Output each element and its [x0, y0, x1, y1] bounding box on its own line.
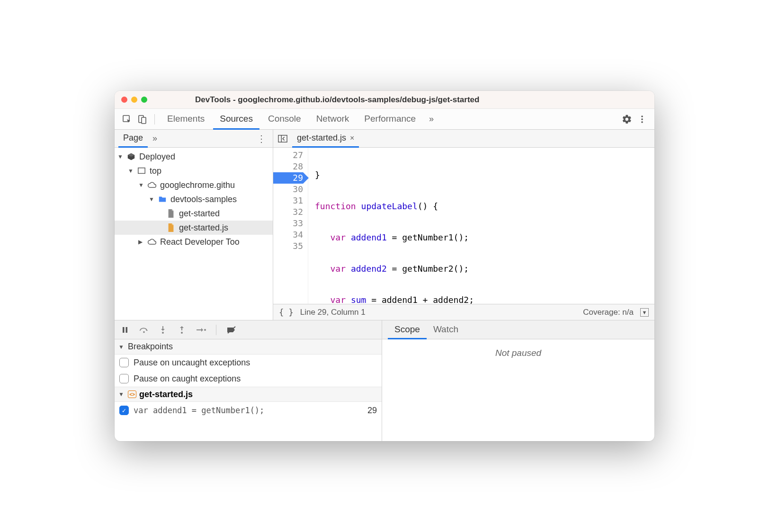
svg-point-11 [143, 331, 145, 333]
expand-icon [138, 239, 145, 245]
tab-sources[interactable]: Sources [213, 109, 259, 130]
debugger-toolbar [115, 320, 382, 339]
svg-point-17 [204, 329, 206, 331]
expand-icon [128, 168, 134, 174]
tabs-overflow-icon[interactable]: » [424, 114, 438, 124]
tree-file-js[interactable]: get-started.js [115, 221, 273, 235]
pause-caught-row[interactable]: Pause on caught exceptions [115, 371, 382, 387]
svg-point-5 [641, 121, 643, 123]
inspect-element-icon[interactable] [120, 113, 134, 126]
document-icon [166, 208, 176, 219]
script-icon [166, 222, 176, 233]
tab-performance[interactable]: Performance [358, 109, 422, 130]
tree-label: devtools-samples [170, 195, 237, 204]
line-number[interactable]: 32 [273, 206, 303, 218]
line-number[interactable]: 27 [273, 150, 303, 161]
breakpoint-code: var addend1 = getNumber1(); [134, 406, 264, 415]
settings-gear-icon[interactable] [620, 113, 634, 126]
checkbox-label: Pause on uncaught exceptions [134, 358, 250, 368]
step-icon[interactable] [195, 324, 206, 336]
checkbox-unchecked[interactable] [119, 358, 129, 367]
folder-icon [157, 194, 168, 204]
traffic-lights [121, 97, 147, 103]
svg-rect-6 [138, 168, 145, 174]
step-into-icon[interactable] [157, 324, 169, 336]
close-window-button[interactable] [121, 97, 127, 103]
breakpoint-file-header[interactable]: <> get-started.js [115, 387, 382, 402]
tree-label: Deployed [139, 152, 175, 162]
line-number[interactable]: 33 [273, 218, 303, 229]
toggle-navigator-icon[interactable] [276, 132, 289, 145]
zoom-window-button[interactable] [141, 97, 147, 103]
close-tab-icon[interactable]: × [350, 134, 354, 142]
cloud-icon [147, 180, 157, 190]
code-editor: get-started.js × 27 28 29 30 31 32 33 34… [273, 130, 654, 320]
line-number[interactable]: 30 [273, 184, 303, 195]
expand-icon [118, 344, 125, 350]
line-number[interactable]: 31 [273, 195, 303, 206]
expand-icon [149, 196, 155, 203]
section-title: Breakpoints [128, 342, 173, 352]
minimize-window-button[interactable] [131, 97, 137, 103]
separator [216, 325, 216, 335]
tree-label: React Developer Too [160, 237, 240, 247]
line-gutter[interactable]: 27 28 29 30 31 32 33 34 35 [273, 148, 308, 304]
tree-label: googlechrome.githu [160, 180, 235, 190]
debugger-right: Scope Watch Not paused [382, 320, 654, 441]
editor-tab-label: get-started.js [297, 133, 346, 143]
svg-point-4 [641, 118, 643, 120]
line-number[interactable]: 28 [273, 161, 303, 172]
devtools-window: DevTools - googlechrome.github.io/devtoo… [115, 91, 654, 441]
coverage-status: Coverage: n/a [583, 308, 634, 317]
svg-rect-2 [142, 117, 146, 124]
scope-tab[interactable]: Scope [388, 320, 427, 339]
tree-deployed[interactable]: Deployed [115, 150, 273, 164]
watch-tab[interactable]: Watch [427, 320, 465, 339]
navigator-sidebar: Page » ⋮ Deployed top googlec [115, 130, 273, 320]
tab-network[interactable]: Network [310, 109, 356, 130]
cube-icon [126, 151, 136, 162]
code-area[interactable]: 27 28 29 30 31 32 33 34 35 } function up… [273, 148, 654, 304]
checkbox-checked[interactable]: ✓ [119, 406, 129, 415]
file-tree: Deployed top googlechrome.githu devtools… [115, 148, 273, 251]
line-number[interactable]: 35 [273, 240, 303, 252]
checkbox-unchecked[interactable] [119, 374, 129, 383]
deactivate-breakpoints-icon[interactable] [226, 324, 237, 336]
statusbar-menu-icon[interactable]: ▼ [640, 308, 649, 317]
titlebar: DevTools - googlechrome.github.io/devtoo… [115, 91, 654, 109]
tree-folder[interactable]: devtools-samples [115, 192, 273, 206]
step-over-icon[interactable] [138, 324, 150, 336]
pause-icon[interactable] [119, 324, 131, 336]
tab-console[interactable]: Console [261, 109, 308, 130]
navigator-overflow-icon[interactable]: » [148, 133, 162, 143]
main-tab-bar: Elements Sources Console Network Perform… [115, 109, 654, 130]
page-tab[interactable]: Page [118, 130, 148, 148]
editor-tab-file[interactable]: get-started.js × [292, 130, 359, 148]
pause-uncaught-row[interactable]: Pause on uncaught exceptions [115, 355, 382, 371]
code-content[interactable]: } function updateLabel() { var addend1 =… [308, 148, 654, 304]
tree-top[interactable]: top [115, 164, 273, 178]
line-number-breakpoint[interactable]: 29 [273, 172, 303, 184]
pretty-print-icon[interactable]: { } [279, 308, 294, 317]
more-menu-icon[interactable] [635, 113, 649, 126]
sources-content: Page » ⋮ Deployed top googlec [115, 130, 654, 320]
tab-elements[interactable]: Elements [161, 109, 211, 130]
tree-react-devtools[interactable]: React Developer Too [115, 235, 273, 249]
tree-domain[interactable]: googlechrome.githu [115, 178, 273, 192]
svg-point-15 [181, 332, 183, 334]
tree-file-html[interactable]: get-started [115, 206, 273, 221]
device-toolbar-icon[interactable] [135, 113, 149, 126]
svg-rect-9 [123, 327, 125, 333]
breakpoint-entry[interactable]: ✓ var addend1 = getNumber1(); 29 [115, 402, 382, 419]
line-number[interactable]: 34 [273, 229, 303, 240]
tree-label: get-started [179, 209, 220, 219]
breakpoints-header[interactable]: Breakpoints [115, 339, 382, 355]
not-paused-message: Not paused [382, 339, 654, 441]
svg-point-3 [641, 115, 643, 117]
scope-watch-tabs: Scope Watch [382, 320, 654, 339]
tree-label: top [150, 166, 161, 176]
expand-icon [117, 153, 124, 160]
navigator-more-icon[interactable]: ⋮ [254, 133, 269, 144]
step-out-icon[interactable] [176, 324, 188, 336]
cursor-position: Line 29, Column 1 [300, 308, 366, 317]
